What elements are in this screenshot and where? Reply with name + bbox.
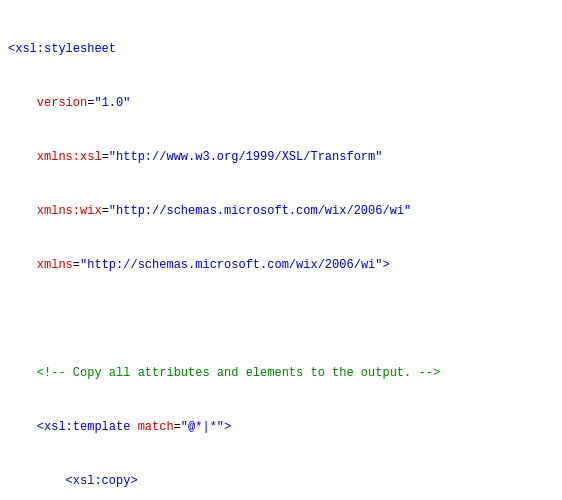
xml-tag: <xsl:stylesheet bbox=[8, 42, 116, 56]
xsl-template-open: <xsl:template bbox=[37, 420, 131, 434]
attr-match-value: "@*|*" bbox=[181, 420, 224, 434]
line-copy-open: <xsl:copy> bbox=[8, 472, 554, 490]
attr-xmlns-xsl-value: "http://www.w3.org/1999/XSL/Transform" bbox=[109, 150, 383, 164]
attr-xmlns-xsl: xmlns:xsl bbox=[37, 150, 102, 164]
tag-close-bracket: > bbox=[224, 420, 231, 434]
attr-xmlns: xmlns bbox=[37, 258, 73, 272]
attr-match: match bbox=[138, 420, 174, 434]
xsl-copy-open: <xsl:copy> bbox=[66, 474, 138, 488]
line-5: xmlns="http://schemas.microsoft.com/wix/… bbox=[8, 256, 554, 274]
attr-version: version bbox=[37, 96, 87, 110]
comment-copy: <!-- Copy all attributes and elements to… bbox=[37, 366, 440, 380]
attr-xmlns-value: "http://schemas.microsoft.com/wix/2006/w… bbox=[80, 258, 382, 272]
line-3: xmlns:xsl="http://www.w3.org/1999/XSL/Tr… bbox=[8, 148, 554, 166]
attr-xmlns-wix-value: "http://schemas.microsoft.com/wix/2006/w… bbox=[109, 204, 411, 218]
line-4: xmlns:wix="http://schemas.microsoft.com/… bbox=[8, 202, 554, 220]
line-blank-1 bbox=[8, 310, 554, 328]
line-1: <xsl:stylesheet bbox=[8, 40, 554, 58]
line-template-open: <xsl:template match="@*|*"> bbox=[8, 418, 554, 436]
tag-close: > bbox=[382, 258, 389, 272]
code-editor: <xsl:stylesheet version="1.0" xmlns:xsl=… bbox=[0, 0, 562, 500]
attr-version-value: "1.0" bbox=[94, 96, 130, 110]
attr-xmlns-wix: xmlns:wix bbox=[37, 204, 102, 218]
line-comment-1: <!-- Copy all attributes and elements to… bbox=[8, 364, 554, 382]
line-2: version="1.0" bbox=[8, 94, 554, 112]
